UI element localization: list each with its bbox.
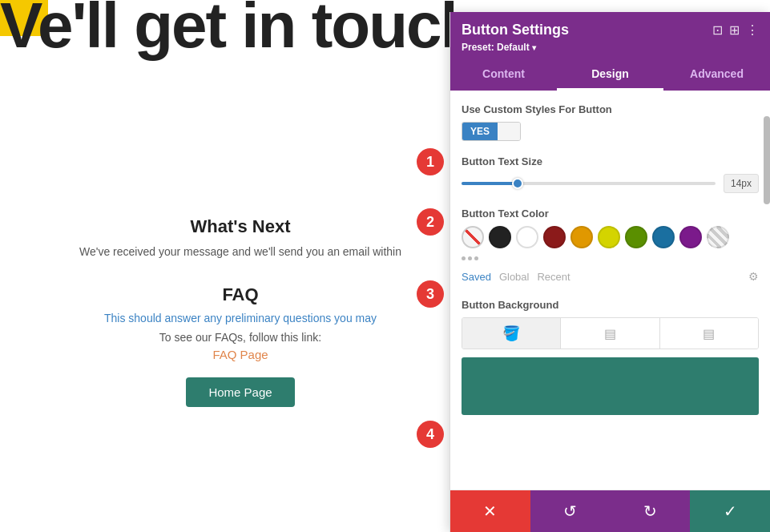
panel-body: Use Custom Styles For Button YES Button …	[450, 91, 770, 490]
faq-section: FAQ This should answer any preliminary q…	[48, 284, 433, 407]
paint-bucket-icon: 🪣	[502, 324, 520, 342]
color-settings-gear[interactable]: ⚙	[748, 270, 759, 283]
panel-title: Button Settings	[462, 22, 569, 38]
dot-2	[468, 256, 472, 260]
panel-tabs: Content Design Advanced	[450, 59, 770, 91]
color-custom[interactable]	[707, 226, 729, 248]
color-green[interactable]	[625, 226, 647, 248]
panel-header: Button Settings ⊡ ⊞ ⋮ Preset: Default ▾	[450, 12, 770, 59]
color-transparent[interactable]	[462, 226, 484, 248]
color-dark-red[interactable]	[543, 226, 566, 248]
expand-icon[interactable]: ⊞	[729, 22, 740, 38]
custom-styles-toggle[interactable]: YES	[462, 122, 521, 141]
cancel-button[interactable]: ✕	[450, 490, 530, 532]
text-size-label: Button Text Size	[462, 155, 759, 167]
color-tabs-row: Saved Global Recent ⚙	[462, 268, 759, 288]
button-background-section: Button Background 🪣 ▤ ▤	[462, 299, 759, 415]
toggle-no[interactable]	[498, 123, 520, 140]
image-icon-1: ▤	[604, 326, 616, 341]
panel-preset[interactable]: Preset: Default ▾	[462, 42, 759, 53]
minimize-icon[interactable]: ⊡	[712, 22, 723, 38]
color-white[interactable]	[516, 226, 538, 248]
text-size-slider-track[interactable]	[462, 182, 716, 185]
step-3-circle: 3	[417, 280, 444, 308]
tab-design[interactable]: Design	[557, 59, 663, 91]
bg-type-color[interactable]: 🪣	[462, 318, 561, 349]
button-settings-panel: Button Settings ⊡ ⊞ ⋮ Preset: Default ▾ …	[450, 12, 770, 532]
home-page-button[interactable]: Home Page	[186, 377, 294, 407]
panel-scrollbar[interactable]	[764, 116, 770, 204]
whats-next-title: What's Next	[48, 216, 433, 237]
slider-thumb[interactable]	[512, 178, 523, 189]
redo-button[interactable]: ↻	[611, 490, 691, 532]
text-color-label: Button Text Color	[462, 208, 759, 220]
step-4-circle: 4	[417, 421, 444, 448]
step-1-circle: 1	[417, 148, 444, 175]
step-2-circle: 2	[417, 208, 444, 236]
text-color-section: Button Text Color	[462, 208, 759, 288]
toggle-yes[interactable]: YES	[462, 123, 498, 140]
whats-next-section: What's Next We've received your message …	[48, 216, 433, 258]
bg-type-image2[interactable]: ▤	[660, 318, 758, 349]
panel-header-icons: ⊡ ⊞ ⋮	[712, 22, 759, 38]
color-purple[interactable]	[679, 226, 702, 248]
tab-advanced[interactable]: Advanced	[663, 59, 770, 91]
dot-3	[474, 256, 478, 260]
undo-button[interactable]: ↺	[530, 490, 611, 532]
color-black[interactable]	[489, 226, 511, 248]
slider-fill	[462, 182, 518, 185]
whats-next-description: We've received your message and we'll se…	[48, 245, 433, 258]
bg-color-preview[interactable]	[462, 357, 759, 415]
global-tab[interactable]: Global	[499, 271, 530, 283]
color-picker-row	[462, 226, 759, 248]
bg-label: Button Background	[462, 299, 759, 311]
preset-chevron: ▾	[532, 43, 536, 52]
custom-styles-toggle-row: YES	[462, 122, 759, 141]
tab-content[interactable]: Content	[450, 59, 557, 91]
bg-type-row: 🪣 ▤ ▤	[462, 317, 759, 349]
faq-link[interactable]: FAQ Page	[48, 348, 433, 361]
faq-link-label: To see our FAQs, follow this link:	[48, 331, 433, 344]
custom-styles-label: Use Custom Styles For Button	[462, 103, 759, 115]
page-headline: Ve'll get in touch	[0, 0, 478, 58]
color-blue[interactable]	[652, 226, 675, 248]
text-size-slider-row: 14px	[462, 174, 759, 193]
bg-type-image[interactable]: ▤	[561, 318, 659, 349]
more-options-icon[interactable]: ⋮	[746, 22, 759, 38]
dot-1	[462, 256, 466, 260]
faq-description: This should answer any preliminary quest…	[48, 312, 433, 324]
text-size-value[interactable]: 14px	[724, 174, 759, 193]
image-icon-2: ▤	[703, 326, 715, 341]
color-orange[interactable]	[570, 226, 593, 248]
more-colors-button[interactable]	[462, 253, 759, 268]
color-yellow[interactable]	[598, 226, 620, 248]
saved-tab[interactable]: Saved	[462, 271, 491, 283]
save-button[interactable]: ✓	[690, 490, 770, 532]
recent-tab[interactable]: Recent	[537, 271, 570, 283]
panel-footer: ✕ ↺ ↻ ✓	[450, 490, 770, 532]
faq-title: FAQ	[48, 284, 433, 305]
